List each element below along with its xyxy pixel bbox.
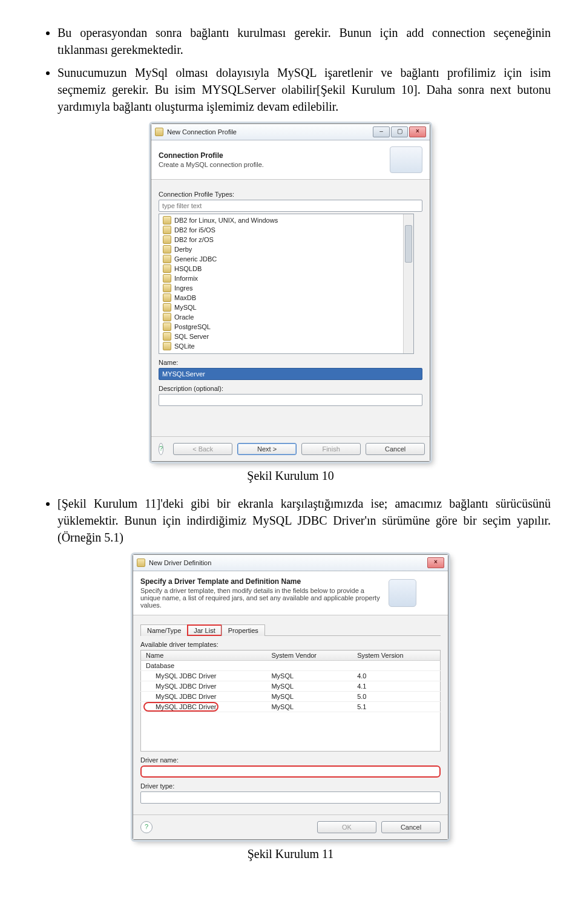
list-item-label: SQL Server bbox=[174, 333, 209, 340]
list-item[interactable]: DB2 for i5/OS bbox=[159, 225, 413, 235]
dialog2-title: New Driver Definition bbox=[149, 559, 424, 566]
list-item-label: Generic JDBC bbox=[174, 255, 217, 263]
driver-type-label: Driver type: bbox=[140, 782, 441, 790]
list-item-label: DB2 for i5/OS bbox=[174, 226, 215, 234]
cell-version: 4.0 bbox=[352, 671, 440, 681]
list-item-label: MaxDB bbox=[174, 294, 196, 301]
help-icon[interactable]: ? bbox=[140, 821, 153, 833]
database-icon bbox=[163, 303, 171, 312]
database-icon bbox=[137, 559, 145, 567]
list-item-label: Ingres bbox=[174, 284, 193, 292]
list-item[interactable]: PostgreSQL bbox=[159, 322, 413, 332]
list-item-label: Derby bbox=[174, 246, 192, 253]
list-item[interactable]: SQLite bbox=[159, 341, 413, 351]
name-label: Name: bbox=[159, 359, 422, 366]
tab-jar-list[interactable]: Jar List bbox=[187, 624, 222, 636]
help-icon[interactable]: ? bbox=[159, 443, 163, 455]
next-button[interactable]: Next > bbox=[237, 443, 297, 455]
driver-type-input[interactable] bbox=[140, 791, 441, 804]
cell-vendor: MySQL bbox=[266, 681, 352, 692]
finish-button[interactable]: Finish bbox=[301, 443, 361, 455]
col-version[interactable]: System Version bbox=[352, 650, 440, 661]
cell-version: 4.1 bbox=[352, 681, 440, 692]
list-item[interactable]: Generic JDBC bbox=[159, 254, 413, 264]
list-item-label: MySQL bbox=[174, 304, 197, 311]
database-icon bbox=[163, 293, 171, 302]
tab-name-type[interactable]: Name/Type bbox=[140, 624, 188, 636]
ok-button[interactable]: OK bbox=[317, 821, 376, 833]
driver-templates-table[interactable]: Name System Vendor System Version Databa… bbox=[140, 650, 441, 752]
list-scrollbar[interactable] bbox=[403, 214, 413, 353]
cell-vendor: MySQL bbox=[266, 671, 352, 681]
figure1-caption: Şekil Kurulum 10 bbox=[30, 469, 551, 483]
dialog1-header-title: Connection Profile bbox=[159, 151, 264, 160]
database-icon bbox=[163, 323, 171, 331]
scrollbar-thumb[interactable] bbox=[405, 225, 412, 263]
cancel-button[interactable]: Cancel bbox=[366, 443, 425, 455]
database-icon bbox=[163, 264, 171, 273]
driver-name-label: Driver name: bbox=[140, 756, 441, 764]
doc-bullet-2: Sunucumuzun MySql olması dolayısıyla MyS… bbox=[57, 64, 551, 115]
database-icon bbox=[163, 342, 171, 350]
database-icon bbox=[163, 216, 171, 224]
connection-header-icon bbox=[390, 146, 422, 173]
figure-2-wrap: New Driver Definition × Specify a Driver… bbox=[30, 554, 551, 840]
dialog1-header-desc: Create a MySQL connection profile. bbox=[159, 161, 264, 168]
table-row[interactable]: MySQL JDBC Driver MySQL 4.0 bbox=[141, 671, 441, 681]
figure2-caption: Şekil Kurulum 11 bbox=[30, 847, 551, 861]
table-row[interactable]: MySQL JDBC Driver MySQL 4.1 bbox=[141, 681, 441, 692]
list-item[interactable]: MaxDB bbox=[159, 293, 413, 303]
list-item[interactable]: HSQLDB bbox=[159, 264, 413, 274]
database-icon bbox=[163, 235, 171, 244]
database-icon bbox=[163, 226, 171, 234]
cell-name: MySQL JDBC Driver bbox=[141, 671, 267, 681]
dialog1-header: Connection Profile Create a MySQL connec… bbox=[151, 140, 430, 180]
list-item[interactable]: SQL Server bbox=[159, 332, 413, 341]
database-icon bbox=[163, 332, 171, 341]
profile-types-list[interactable]: DB2 for Linux, UNIX, and Windows DB2 for… bbox=[159, 214, 414, 354]
doc-bullet-1: Bu operasyondan sonra bağlantı kurulması… bbox=[57, 24, 551, 58]
list-item-label: SQLite bbox=[174, 342, 195, 350]
list-item[interactable]: DB2 for Linux, UNIX, and Windows bbox=[159, 215, 413, 225]
list-item-label: PostgreSQL bbox=[174, 323, 211, 330]
driver-name-input[interactable] bbox=[140, 765, 441, 778]
minimize-icon[interactable]: – bbox=[373, 126, 390, 137]
close-icon[interactable]: × bbox=[409, 126, 426, 137]
list-item[interactable]: Informix bbox=[159, 274, 413, 283]
cell-name: MySQL JDBC Driver bbox=[141, 702, 267, 712]
description-input[interactable] bbox=[159, 394, 422, 406]
cell-vendor: MySQL bbox=[266, 702, 352, 712]
table-row-selected[interactable]: MySQL JDBC Driver MySQL 5.1 bbox=[141, 702, 441, 712]
cancel-button[interactable]: Cancel bbox=[381, 821, 441, 833]
col-name[interactable]: Name bbox=[141, 650, 267, 661]
dialog2-titlebar: New Driver Definition × bbox=[133, 555, 448, 571]
dialog2-header-title: Specify a Driver Template and Definition… bbox=[140, 577, 382, 586]
new-connection-profile-dialog: New Connection Profile – ▢ × Connection … bbox=[151, 123, 430, 462]
filter-input[interactable] bbox=[159, 200, 422, 212]
list-item[interactable]: MySQL bbox=[159, 303, 413, 312]
col-vendor[interactable]: System Vendor bbox=[266, 650, 352, 661]
list-item[interactable]: Ingres bbox=[159, 283, 413, 293]
close-icon[interactable]: × bbox=[427, 557, 444, 568]
category-cell: Database bbox=[141, 661, 441, 671]
list-item-label: DB2 for Linux, UNIX, and Windows bbox=[174, 217, 278, 224]
table-category-row[interactable]: Database bbox=[141, 661, 441, 671]
tab-properties[interactable]: Properties bbox=[222, 624, 265, 636]
name-input[interactable] bbox=[159, 368, 422, 380]
cell-version: 5.1 bbox=[352, 702, 440, 712]
list-item-label: DB2 for z/OS bbox=[174, 236, 214, 243]
dialog2-header: Specify a Driver Template and Definition… bbox=[133, 571, 448, 615]
list-item[interactable]: Oracle bbox=[159, 312, 413, 322]
dialog1-titlebar: New Connection Profile – ▢ × bbox=[151, 124, 430, 140]
table-row[interactable]: MySQL JDBC Driver MySQL 5.0 bbox=[141, 692, 441, 702]
list-item[interactable]: DB2 for z/OS bbox=[159, 235, 413, 244]
cell-name: MySQL JDBC Driver bbox=[141, 681, 267, 692]
list-item-label: HSQLDB bbox=[174, 265, 202, 272]
maximize-icon[interactable]: ▢ bbox=[391, 126, 408, 137]
back-button[interactable]: < Back bbox=[173, 443, 232, 455]
list-item[interactable]: Derby bbox=[159, 244, 413, 254]
cell-vendor: MySQL bbox=[266, 692, 352, 702]
database-icon bbox=[163, 245, 171, 254]
figure-1-wrap: New Connection Profile – ▢ × Connection … bbox=[30, 123, 551, 462]
database-icon bbox=[163, 274, 171, 283]
